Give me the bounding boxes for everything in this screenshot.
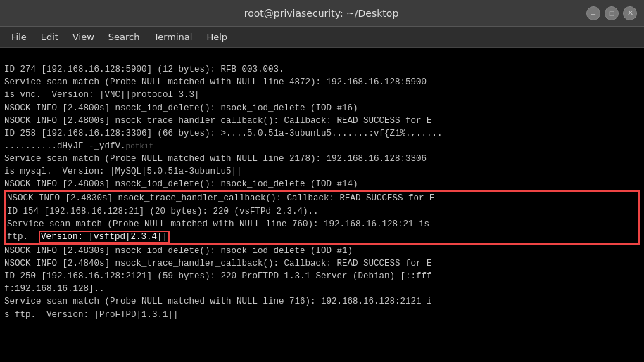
terminal-line: Service scan match (Probe NULL matched w… [4, 153, 640, 165]
terminal-line: ID 250 [192.168.16.128:2121] (59 bytes):… [4, 270, 640, 283]
version-highlight: Version: |vsftpd|2.3.4|| [39, 231, 170, 243]
menu-item-edit[interactable]: Edit [35, 30, 64, 44]
terminal-line: NSOCK INFO [2.4830s] nsock_trace_handler… [4, 190, 640, 205]
terminal-line: ftp. Version: |vsftpd|2.3.4|| [4, 231, 640, 245]
minimize-button[interactable]: – [586, 6, 600, 20]
terminal-line: ..........dHyJF -_ydfV.potkit [4, 140, 640, 153]
terminal-line: is vnc. Version: |VNC||protocol 3.3| [4, 89, 640, 101]
close-button[interactable]: ✕ [623, 6, 637, 20]
terminal-line: NSOCK INFO [2.4840s] nsock_trace_handler… [4, 257, 640, 270]
menu-item-help[interactable]: Help [201, 30, 233, 44]
menu-item-view[interactable]: View [67, 30, 100, 44]
title-bar: root@priviasecurity: ~/Desktop – □ ✕ [0, 0, 644, 27]
terminal-line: Service scan match (Probe NULL matched w… [4, 76, 640, 89]
maximize-button[interactable]: □ [605, 6, 619, 20]
menu-item-file[interactable]: File [6, 30, 32, 44]
menu-bar: FileEditViewSearchTerminalHelp [0, 27, 644, 48]
terminal-line: NSOCK INFO [2.4800s] nsock_iod_delete():… [4, 178, 640, 190]
terminal-line: ID 154 [192.168.16.128:21] (20 bytes): 2… [4, 205, 640, 218]
terminal-line: NSOCK INFO [2.4830s] nsock_iod_delete():… [4, 245, 640, 257]
terminal-line: NSOCK INFO [2.4800s] nsock_trace_handler… [4, 115, 640, 127]
terminal-line: Service scan match (Probe NULL matched w… [4, 295, 640, 308]
window-title: root@priviasecurity: ~/Desktop [56, 8, 586, 19]
window-controls: – □ ✕ [586, 6, 637, 20]
terminal-line: s ftp. Version: |ProFTPD|1.3.1|| [4, 309, 640, 321]
terminal-output: ID 274 [192.168.16.128:5900] (12 bytes):… [0, 48, 644, 362]
menu-item-search[interactable]: Search [103, 30, 146, 44]
menu-item-terminal[interactable]: Terminal [148, 30, 198, 44]
terminal-line: NSOCK INFO [2.4800s] nsock_iod_delete():… [4, 102, 640, 115]
terminal-line: ID 274 [192.168.16.128:5900] (12 bytes):… [4, 63, 640, 76]
terminal-line: Service scan match (Probe NULL matched w… [4, 218, 640, 231]
terminal-line: ID 258 [192.168.16.128:3306] (66 bytes):… [4, 127, 640, 140]
terminal-line: is mysql. Version: |MySQL|5.0.51a-3ubunt… [4, 165, 640, 178]
watermark-text: potkit [126, 142, 154, 150]
terminal-line: f:192.168.16.128].. [4, 283, 640, 295]
